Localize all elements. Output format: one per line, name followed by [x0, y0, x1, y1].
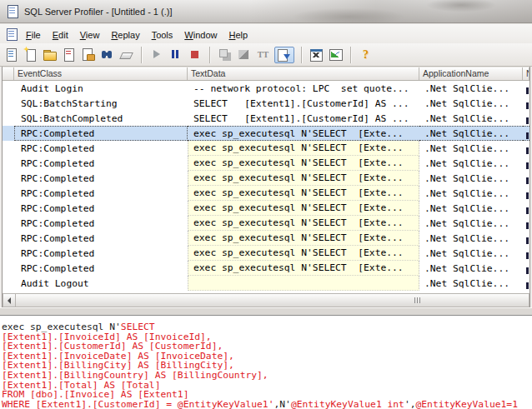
cell-applicationname: .Net SqlClie...	[419, 276, 523, 291]
cell-next-column	[523, 201, 529, 216]
pane-splitter[interactable]	[0, 307, 532, 315]
cell-next-column	[523, 81, 529, 96]
scrollbar-thumb[interactable]	[16, 293, 529, 307]
trace-row-4[interactable]: RPC:Completedexec sp_executesql N'SELECT…	[3, 141, 529, 156]
toolbar-separator	[350, 47, 351, 63]
trace-row-11[interactable]: RPC:Completedexec sp_executesql N'SELECT…	[3, 246, 529, 261]
trace-row-2[interactable]: SQL:BatchCompletedSELECT [Extent1].[Cust…	[3, 111, 529, 126]
cell-eventclass: RPC:Completed	[14, 126, 188, 141]
trace-row-12[interactable]: RPC:Completedexec sp_executesql N'SELECT…	[3, 261, 529, 276]
clipped-text-fragment	[526, 222, 529, 229]
title-bar[interactable]: SQL Server Profiler - [Untitled - 1 (.)]	[0, 0, 532, 23]
cell-next-column	[523, 231, 529, 246]
clipped-text-fragment	[526, 267, 529, 274]
menu-help[interactable]: Help	[223, 28, 253, 42]
performance-counters-icon[interactable]	[328, 47, 344, 63]
menu-replay[interactable]: Replay	[105, 28, 145, 42]
cell-next-column	[523, 111, 529, 126]
cell-applicationname: .Net SqlClie...	[419, 246, 523, 261]
grid-header: EventClass TextData ApplicationName N	[3, 67, 529, 81]
trace-row-5[interactable]: RPC:Completedexec sp_executesql N'SELECT…	[3, 156, 529, 171]
cell-eventclass: RPC:Completed	[14, 201, 188, 216]
clipped-text-fragment	[526, 252, 529, 259]
cell-next-column	[523, 126, 529, 141]
cell-textdata: exec sp_executesql N'SELECT [Exte...	[188, 216, 419, 231]
clipped-text-fragment	[526, 282, 529, 289]
menu-edit[interactable]: Edit	[47, 28, 74, 42]
cell-eventclass: RPC:Completed	[14, 231, 188, 246]
header-textdata[interactable]: TextData	[188, 67, 419, 80]
stop-trace-icon[interactable]	[187, 47, 203, 63]
sql-detail-pane[interactable]: exec sp_executesql N'SELECT[Extent1].[In…	[0, 315, 532, 409]
trace-row-0[interactable]: Audit Login-- network protocol: LPC set …	[3, 81, 529, 96]
run-to-cursor-icon[interactable]	[236, 47, 252, 63]
cell-eventclass: SQL:BatchStarting	[14, 96, 188, 111]
header-eventclass[interactable]: EventClass	[14, 67, 188, 80]
clipped-text-fragment	[526, 207, 529, 214]
cell-textdata: exec sp_executesql N'SELECT [Exte...	[188, 186, 419, 201]
cell-next-column	[523, 156, 529, 171]
cell-next-column	[523, 276, 529, 291]
find-icon[interactable]	[99, 47, 115, 63]
trace-window-icon[interactable]	[5, 27, 18, 41]
cell-textdata: exec sp_executesql N'SELECT [Exte...	[188, 141, 419, 156]
pause-trace-icon[interactable]	[168, 47, 183, 63]
cell-textdata: SELECT [Extent1].[CustomerId] AS ...	[188, 111, 419, 126]
header-applicationname[interactable]: ApplicationName	[419, 67, 523, 80]
toggle-font-icon[interactable]: TT	[255, 47, 271, 63]
menu-window[interactable]: Window	[178, 28, 223, 42]
scrollbar-grip-icon	[414, 297, 421, 303]
menu-tools[interactable]: Tools	[146, 28, 179, 42]
properties-icon[interactable]	[80, 47, 96, 63]
trace-row-1[interactable]: SQL:BatchStartingSELECT [Extent1].[Custo…	[3, 96, 529, 111]
menu-view[interactable]: View	[74, 28, 106, 42]
clipped-text-fragment	[526, 177, 529, 184]
trace-row-9[interactable]: RPC:Completedexec sp_executesql N'SELECT…	[3, 216, 529, 231]
trace-row-13[interactable]: Audit Logout.Net SqlClie...	[3, 276, 529, 291]
app-icon	[6, 5, 19, 18]
scroll-left-button[interactable]	[3, 293, 16, 307]
trace-row-8[interactable]: RPC:Completedexec sp_executesql N'SELECT…	[3, 201, 529, 216]
clipped-text-fragment	[526, 132, 529, 139]
clipped-text-fragment	[526, 237, 529, 244]
cell-textdata: exec sp_executesql N'SELECT [Exte...	[188, 201, 419, 216]
toolbar-separator	[141, 47, 142, 63]
cell-applicationname: .Net SqlClie...	[419, 231, 523, 246]
clipped-text-fragment	[526, 87, 529, 94]
cell-applicationname: .Net SqlClie...	[419, 186, 523, 201]
header-next-column[interactable]: N	[523, 67, 529, 80]
open-folder-icon[interactable]	[42, 47, 58, 63]
cell-applicationname: .Net SqlClie...	[419, 156, 523, 171]
start-replay-icon[interactable]	[148, 47, 164, 63]
toolbar: TT?	[0, 43, 532, 67]
trace-row-7[interactable]: RPC:Completedexec sp_executesql N'SELECT…	[3, 186, 529, 201]
clear-trace-window-icon[interactable]	[118, 47, 134, 63]
sql-text-line: WHERE [Extent1].[CustomerId] = @EntityKe…	[2, 400, 532, 409]
cell-textdata: exec sp_executesql N'SELECT [Exte...	[188, 246, 419, 261]
clipped-text-fragment	[526, 102, 529, 109]
menu-file[interactable]: File	[20, 28, 47, 42]
database-engine-tuning-icon[interactable]	[309, 47, 324, 63]
open-trace-file-icon[interactable]	[3, 47, 19, 63]
cell-eventclass: RPC:Completed	[14, 216, 188, 231]
horizontal-scrollbar[interactable]	[3, 293, 529, 307]
auto-scroll-icon[interactable]	[274, 47, 294, 63]
new-trace-icon[interactable]	[23, 47, 38, 63]
cell-next-column	[523, 186, 529, 201]
trace-row-10[interactable]: RPC:Completedexec sp_executesql N'SELECT…	[3, 231, 529, 246]
cell-applicationname: .Net SqlClie...	[419, 201, 523, 216]
cell-textdata: -- network protocol: LPC set quote...	[188, 81, 419, 96]
clipped-text-fragment	[526, 147, 529, 154]
execute-step-icon[interactable]	[217, 47, 233, 63]
trace-row-3[interactable]: RPC:Completedexec sp_executesql N'SELECT…	[3, 126, 529, 141]
window-border-left	[0, 67, 3, 315]
window-title: SQL Server Profiler - [Untitled - 1 (.)]	[24, 7, 172, 17]
save-trace-icon[interactable]	[61, 47, 77, 63]
toolbar-separator	[209, 47, 210, 63]
help-icon[interactable]: ?	[358, 47, 374, 63]
cell-textdata: exec sp_executesql N'SELECT [Exte...	[188, 126, 419, 141]
trace-row-6[interactable]: RPC:Completedexec sp_executesql N'SELECT…	[3, 171, 529, 186]
toolbar-separator	[301, 47, 302, 63]
cell-eventclass: RPC:Completed	[14, 156, 188, 171]
header-selector[interactable]	[3, 67, 14, 80]
